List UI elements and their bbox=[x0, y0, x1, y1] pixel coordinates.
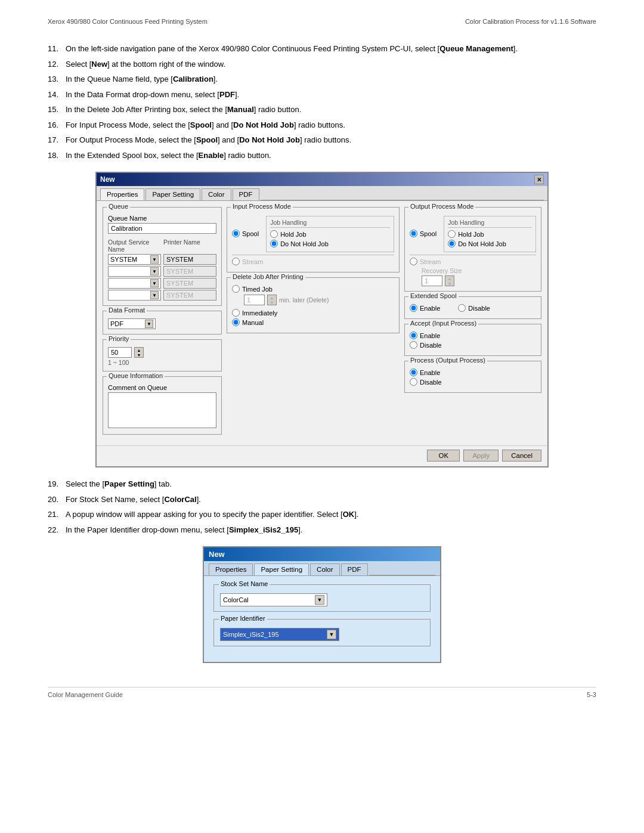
tab-properties[interactable]: Properties bbox=[100, 188, 144, 200]
delete-job-content: Timed Job 1 ▲ ▼ min. later (Delete) bbox=[232, 285, 394, 326]
service-dropdown-3[interactable]: ▼ bbox=[108, 278, 161, 289]
stock-set-dropdown[interactable]: ColorCal ▼ bbox=[220, 593, 327, 606]
step-19: 19. Select the [Paper Setting] tab. bbox=[48, 478, 596, 490]
process-enable-label: Enable bbox=[420, 369, 440, 376]
dialog2-tab-color[interactable]: Color bbox=[310, 563, 339, 575]
dialog-new-paper-setting: New Properties Paper Setting Color PDF S… bbox=[203, 546, 441, 663]
accept-disable-radio[interactable] bbox=[410, 341, 417, 349]
dialog-columns: Queue Queue Name Calibration Output Serv… bbox=[103, 207, 541, 439]
input-hold-job-radio[interactable] bbox=[270, 230, 278, 238]
step-20: 20. For Stock Set Name, select [ColorCal… bbox=[48, 494, 596, 506]
paper-id-label: Paper Identifier bbox=[219, 615, 267, 622]
immediately-row: Immediately bbox=[232, 309, 394, 317]
input-do-not-hold-radio[interactable] bbox=[270, 240, 278, 247]
paper-id-dropdown[interactable]: Simplex_iSis2_195 ▼ bbox=[220, 628, 339, 641]
left-column: Queue Queue Name Calibration Output Serv… bbox=[103, 207, 222, 439]
priority-down[interactable]: ▼ bbox=[135, 352, 143, 357]
dialog2-tab-pdf[interactable]: PDF bbox=[341, 563, 368, 575]
output-hold-job-radio[interactable] bbox=[448, 230, 456, 238]
accept-enable-radio[interactable] bbox=[410, 332, 417, 339]
ok-button[interactable]: OK bbox=[427, 450, 460, 462]
dialog-title: New bbox=[100, 175, 115, 184]
data-format-arrow[interactable]: ▼ bbox=[145, 320, 153, 328]
process-output-label: Process (Output Process) bbox=[408, 357, 487, 364]
queue-content: Queue Name Calibration Output Service Na… bbox=[108, 215, 216, 301]
recovery-up: ▲ bbox=[445, 276, 454, 281]
extended-disable-radio[interactable] bbox=[458, 304, 466, 312]
cancel-button[interactable]: Cancel bbox=[502, 450, 541, 462]
service-dropdown-4[interactable]: ▼ bbox=[108, 290, 161, 301]
service-dropdown-2[interactable]: ▼ bbox=[108, 266, 161, 277]
process-output-group: Process (Output Process) Enable Disable bbox=[404, 361, 541, 393]
input-hold-job-row: Hold Job bbox=[270, 230, 390, 238]
extended-enable-radio[interactable] bbox=[410, 304, 417, 312]
recovery-spinner: ▲ ▼ bbox=[445, 275, 454, 286]
manual-label: Manual bbox=[242, 319, 264, 326]
process-enable-radio[interactable] bbox=[410, 368, 417, 376]
input-do-not-hold-row: Do Not Hold Job bbox=[270, 240, 390, 247]
timed-job-input: 1 bbox=[244, 295, 265, 305]
service-dropdown-1[interactable]: SYSTEM ▼ bbox=[108, 254, 161, 265]
input-stream-radio[interactable] bbox=[232, 258, 240, 265]
output-job-handling-box: Job Handling Hold Job Do Not Hold Job bbox=[444, 216, 536, 252]
extended-spool-content: Enable Disable bbox=[410, 304, 536, 314]
dialog2-body: Stock Set Name ColorCal ▼ Paper Identifi… bbox=[204, 576, 440, 662]
output-do-not-hold-radio[interactable] bbox=[448, 240, 456, 247]
timed-job-spinner: ▲ ▼ bbox=[267, 295, 277, 305]
input-stream-row: Stream bbox=[232, 258, 394, 265]
paper-id-arrow[interactable]: ▼ bbox=[327, 630, 336, 639]
input-hold-job-label: Hold Job bbox=[280, 231, 306, 238]
output-spool-label: Spool bbox=[420, 230, 436, 237]
tab-paper-setting[interactable]: Paper Setting bbox=[145, 188, 200, 200]
timed-job-row: Timed Job bbox=[232, 285, 394, 293]
step-16: 16. For Input Process Mode, select the [… bbox=[48, 119, 596, 131]
priority-content: 50 ▲ ▼ 1 ~ 100 bbox=[108, 347, 216, 366]
accept-enable-label: Enable bbox=[420, 332, 440, 339]
output-spool-row: Spool Job Handling Hold Job Do Not Hold … bbox=[410, 215, 536, 252]
process-disable-label: Disable bbox=[420, 379, 442, 386]
output-hold-job-label: Hold Job bbox=[458, 231, 484, 238]
service-arrow-2[interactable]: ▼ bbox=[150, 267, 159, 275]
priority-up[interactable]: ▲ bbox=[135, 348, 143, 352]
input-spool-radio[interactable] bbox=[232, 230, 240, 237]
output-stream-radio[interactable] bbox=[410, 258, 417, 265]
priority-input[interactable]: 50 bbox=[108, 347, 132, 358]
service-arrow-4[interactable]: ▼ bbox=[150, 291, 159, 299]
extended-spool-label: Extended Spool bbox=[408, 292, 459, 299]
priority-range: 1 ~ 100 bbox=[108, 359, 216, 366]
dialog-tabs: Properties Paper Setting Color PDF bbox=[97, 186, 547, 201]
printer-value-1: SYSTEM bbox=[163, 254, 216, 265]
tab-pdf[interactable]: PDF bbox=[233, 188, 259, 200]
accept-input-group: Accept (Input Process) Enable Disable bbox=[404, 324, 541, 356]
extended-disable-row: Disable bbox=[458, 304, 490, 312]
service-row-3: ▼ SYSTEM bbox=[108, 278, 216, 289]
immediately-radio[interactable] bbox=[232, 309, 240, 317]
process-disable-radio[interactable] bbox=[410, 378, 417, 386]
data-format-dropdown[interactable]: PDF ▼ bbox=[108, 318, 156, 329]
manual-radio[interactable] bbox=[232, 318, 240, 326]
output-job-handling-label: Job Handling bbox=[448, 219, 532, 228]
paper-id-value: Simplex_iSis2_195 bbox=[223, 631, 327, 638]
tab-color[interactable]: Color bbox=[202, 188, 231, 200]
queue-info-group: Queue Information Comment on Queue bbox=[103, 376, 222, 435]
service-arrow-1[interactable]: ▼ bbox=[150, 255, 159, 264]
service-arrow-3[interactable]: ▼ bbox=[150, 279, 159, 287]
output-spool-radio[interactable] bbox=[410, 230, 417, 237]
close-button[interactable]: ✕ bbox=[534, 175, 544, 184]
timed-down: ▼ bbox=[268, 300, 276, 305]
recovery-spin: 1 ▲ ▼ bbox=[422, 275, 536, 286]
comment-textarea[interactable] bbox=[108, 392, 216, 428]
header-left: Xerox 490/980 Color Continuous Feed Prin… bbox=[48, 18, 208, 25]
dialog2-tab-properties[interactable]: Properties bbox=[209, 563, 253, 575]
queue-name-input[interactable]: Calibration bbox=[108, 223, 216, 234]
extended-disable-label: Disable bbox=[468, 305, 490, 312]
dialog2-tab-paper-setting[interactable]: Paper Setting bbox=[254, 563, 309, 575]
priority-label: Priority bbox=[107, 335, 131, 342]
service-row-4: ▼ SYSTEM bbox=[108, 290, 216, 301]
stock-set-arrow[interactable]: ▼ bbox=[315, 595, 324, 605]
accept-disable-row: Disable bbox=[410, 341, 536, 349]
apply-button[interactable]: Apply bbox=[463, 450, 499, 462]
timed-job-radio[interactable] bbox=[232, 285, 240, 293]
right-column: Output Process Mode Spool Job Handling H… bbox=[404, 207, 541, 439]
step-22: 22. In the Paper Identifier drop-down me… bbox=[48, 524, 596, 536]
